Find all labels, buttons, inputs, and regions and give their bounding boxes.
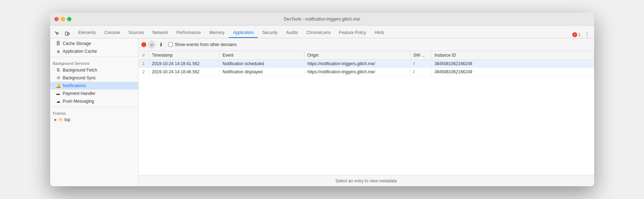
col-header-origin[interactable]: Origin: [305, 51, 410, 60]
table-row[interactable]: 1 2019-10-24 14:18:41.562 Notification s…: [138, 60, 594, 68]
background-fetch-icon: ⇅: [56, 68, 61, 73]
status-message: Select an entry to view metadata: [335, 178, 397, 183]
sidebar-label-application-cache: Application Cache: [63, 49, 97, 54]
traffic-lights: [54, 17, 71, 21]
cell-event-1: Notification scheduled: [220, 60, 305, 68]
sidebar-label-background-fetch: Background Fetch: [63, 68, 97, 73]
device-toolbar-icon[interactable]: [63, 29, 71, 38]
tab-memory[interactable]: Memory: [205, 28, 229, 38]
sidebar-item-application-cache[interactable]: ⊞ Application Cache: [50, 47, 138, 55]
tab-performance[interactable]: Performance: [172, 28, 205, 38]
sidebar-label-cache-storage: Cache Storage: [63, 41, 91, 46]
table-header-row: # Timestamp Event Origin SW ... Instance…: [138, 51, 594, 60]
cell-num-2: 2: [138, 68, 149, 76]
devtools-window: DevTools - notification-triggers.glitch.…: [50, 13, 594, 186]
sidebar-label-payment-handler: Payment Handler: [63, 91, 96, 96]
titlebar: DevTools - notification-triggers.glitch.…: [50, 13, 594, 25]
tab-security[interactable]: Security: [258, 28, 282, 38]
notifications-icon: 🔔: [56, 83, 61, 88]
tab-hints[interactable]: Hints: [371, 28, 389, 38]
status-bar: Select an entry to view metadata: [138, 175, 594, 186]
cell-timestamp-1: 2019-10-24 14:18:41.562: [149, 60, 220, 68]
cell-event-2: Notification displayed: [220, 68, 305, 76]
error-badge: ! 1: [572, 32, 581, 37]
col-header-event[interactable]: Event: [220, 51, 305, 60]
col-header-sw[interactable]: SW ...: [410, 51, 432, 60]
toolbar-right: ! 1 ⋮: [572, 31, 591, 38]
content-panel: ⊘ ⬇ Show events from other domains # Tim…: [138, 38, 594, 186]
devtools-tabs: Elements Console Sources Network Perform…: [50, 25, 594, 38]
bg-services-section: Background Services: [50, 58, 138, 66]
tab-application[interactable]: Application: [229, 28, 258, 38]
sidebar: 🗄 Cache Storage ⊞ Application Cache Back…: [50, 38, 138, 186]
clear-button[interactable]: ⊘: [148, 41, 155, 48]
application-cache-icon: ⊞: [56, 50, 61, 53]
sidebar-label-notifications: Notifications: [63, 83, 86, 88]
sidebar-item-background-sync[interactable]: ↺ Background Sync: [50, 74, 138, 82]
frames-section: Frames: [50, 108, 138, 116]
show-events-checkbox[interactable]: [168, 42, 173, 47]
sidebar-item-cache-storage[interactable]: 🗄 Cache Storage: [50, 40, 138, 47]
error-icon: !: [572, 32, 577, 37]
background-sync-icon: ↺: [56, 75, 61, 80]
show-events-checkbox-area: Show events from other domains: [168, 42, 237, 47]
cell-timestamp-2: 2019-10-24 14:18:46.562: [149, 68, 220, 76]
sidebar-item-background-fetch[interactable]: ⇅ Background Fetch: [50, 66, 138, 74]
error-count: 1: [578, 32, 581, 37]
col-header-timestamp[interactable]: Timestamp: [149, 51, 220, 60]
tab-chromelens[interactable]: ChromeLens: [302, 28, 335, 38]
tab-sources[interactable]: Sources: [124, 28, 148, 38]
sidebar-item-notifications[interactable]: 🔔 Notifications: [50, 82, 138, 90]
sidebar-label-push-messaging: Push Messaging: [63, 99, 94, 104]
content-toolbar: ⊘ ⬇ Show events from other domains: [138, 38, 594, 51]
show-events-label[interactable]: Show events from other domains: [175, 42, 237, 47]
close-button[interactable]: [54, 17, 59, 21]
sidebar-item-push-messaging[interactable]: ☁ Push Messaging: [50, 97, 138, 105]
frame-folder-icon: 📁: [58, 118, 63, 122]
divider-1: [50, 57, 138, 57]
tab-elements[interactable]: Elements: [74, 28, 100, 38]
window-title: DevTools - notification-triggers.glitch.…: [284, 17, 360, 22]
tab-feature-policy[interactable]: Feature Policy: [335, 28, 371, 38]
frames-label: top: [65, 117, 71, 122]
cell-origin-2: https://notification-triggers.glitch.me/: [305, 68, 410, 76]
tab-network[interactable]: Network: [148, 28, 172, 38]
maximize-button[interactable]: [67, 17, 71, 21]
sidebar-item-payment-handler[interactable]: ▬ Payment Handler: [50, 90, 138, 97]
col-header-instance-id[interactable]: Instance ID: [432, 51, 594, 60]
tab-audits[interactable]: Audits: [282, 28, 302, 38]
record-button[interactable]: [141, 42, 146, 47]
cell-origin-1: https://notification-triggers.glitch.me/: [305, 60, 410, 68]
payment-handler-icon: ▬: [56, 92, 61, 96]
cell-instance-2: 3845081062166249: [432, 68, 594, 76]
col-header-num: #: [138, 51, 149, 60]
cell-sw-1: /: [410, 60, 432, 68]
minimize-button[interactable]: [61, 17, 65, 21]
svg-rect-1: [68, 33, 69, 35]
cell-num-1: 1: [138, 60, 149, 68]
inspect-icon[interactable]: [53, 29, 61, 38]
cell-sw-2: /: [410, 68, 432, 76]
sidebar-label-background-sync: Background Sync: [63, 75, 96, 80]
data-table: # Timestamp Event Origin SW ... Instance…: [138, 51, 594, 76]
push-messaging-icon: ☁: [56, 99, 61, 104]
cell-instance-1: 3845081062166249: [432, 60, 594, 68]
divider-2: [50, 107, 138, 107]
svg-rect-0: [65, 32, 67, 35]
notifications-table: # Timestamp Event Origin SW ... Instance…: [138, 51, 594, 175]
more-options-icon[interactable]: ⋮: [583, 31, 591, 38]
sidebar-item-top-frame[interactable]: ▶ 📁 top: [50, 116, 138, 123]
cache-storage-icon: 🗄: [56, 41, 61, 46]
download-button[interactable]: ⬇: [158, 41, 165, 48]
main-area: 🗄 Cache Storage ⊞ Application Cache Back…: [50, 38, 594, 186]
tab-console[interactable]: Console: [100, 28, 124, 38]
expand-icon: ▶: [54, 118, 57, 121]
table-row[interactable]: 2 2019-10-24 14:18:46.562 Notification d…: [138, 68, 594, 76]
